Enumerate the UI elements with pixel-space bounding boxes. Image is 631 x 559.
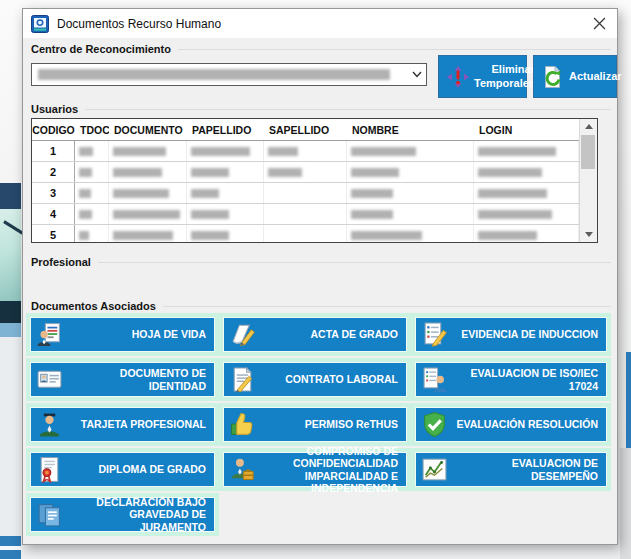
table-row[interactable]: 2 (32, 162, 579, 183)
table-row[interactable]: 1 (32, 141, 579, 162)
cell-login (474, 141, 579, 161)
cell-sapellido (264, 183, 347, 203)
doc-button-halo: HOJA DE VIDA (26, 313, 219, 356)
redacted-cell-value (351, 168, 399, 177)
redacted-cell-value (478, 231, 537, 240)
compromiso-de-confidencialidad-imparcialidad-e-independencia-button[interactable]: COMPROMISO DE CONFIDENCIALIDAD IMPARCIAL… (223, 452, 407, 487)
scroll-up-button[interactable] (580, 119, 597, 134)
redacted-cell-value (113, 168, 162, 177)
doc-button-label: PERMISO ReTHUS (256, 418, 404, 430)
declaracion-bajo-gravedad-de-juramento-button[interactable]: DECLARACIÓN BAJO GRAVEDAD DE JURAMENTO (30, 497, 215, 532)
permiso-rethus-button[interactable]: PERMISO ReTHUS (223, 407, 407, 442)
table-row[interactable]: 5 (32, 225, 579, 242)
eliminar-temporales-button[interactable]: Eliminar Temporales (438, 55, 527, 98)
group-label-usuarios: Usuarios (31, 103, 611, 115)
cell-papellido (187, 183, 264, 203)
cell-sapellido (264, 162, 347, 182)
table-header-row: CODIGOTDOCDOCUMENTOPAPELLIDOSAPELLIDONOM… (32, 119, 579, 141)
redacted-cell-value (478, 168, 542, 177)
cell-nombre (347, 162, 474, 182)
column-header-papellido[interactable]: PAPELLIDO (187, 124, 264, 136)
eliminar-temporales-label: Eliminar Temporales (474, 63, 535, 89)
title-bar[interactable]: Documentos Recurso Humano (23, 9, 617, 39)
redacted-cell-value (191, 231, 229, 240)
redacted-cell-value (191, 189, 219, 198)
acta-de-grado-button[interactable]: ACTA DE GRADO (223, 317, 407, 352)
cell-codigo: 1 (32, 141, 75, 161)
evaluacion-de-desempeno-button[interactable]: EVALUACION DE DESEMPEÑO (415, 452, 607, 487)
doc-button-label: DOCUMENTO DE IDENTIDAD (63, 367, 212, 392)
column-header-login[interactable]: LOGIN (474, 124, 579, 136)
doc-button-halo: COMPROMISO DE CONFIDENCIALIDAD IMPARCIAL… (219, 448, 411, 491)
group-label-text: Documentos Asociados (31, 300, 156, 312)
scroll-pencil-icon (229, 321, 256, 348)
redacted-cell-value (113, 231, 173, 240)
group-label-documentos-asociados: Documentos Asociados (31, 300, 611, 312)
close-icon[interactable] (581, 9, 617, 38)
redacted-cell-value (351, 210, 393, 219)
column-header-tdoc[interactable]: TDOC (75, 124, 109, 136)
diploma-seal-icon (36, 456, 63, 483)
group-label-centro: Centro de Reconocimiento (31, 43, 611, 55)
evidencia-de-induccion-button[interactable]: EVIDENCIA DE INDUCCION (415, 317, 607, 352)
redacted-cell-value (351, 147, 416, 156)
doc-button-halo: EVALUACION DE ISO/IEC 17024 (411, 358, 611, 401)
column-header-documento[interactable]: DOCUMENTO (109, 124, 187, 136)
diploma-de-grado-button[interactable]: DIPLOMA DE GRADO (30, 452, 215, 487)
doc-button-halo: EVALUACION DE DESEMPEÑO (411, 448, 611, 491)
redacted-cell-value (79, 231, 89, 240)
doc-button-label: HOJA DE VIDA (63, 328, 212, 340)
centro-combobox[interactable] (31, 63, 427, 86)
doc-button-halo: EVALUACIÓN RESOLUCIÓN (411, 403, 611, 446)
vertical-scrollbar[interactable] (579, 119, 597, 242)
redacted-cell-value (351, 231, 422, 240)
actualizar-label: Actualizar (569, 70, 622, 83)
users-table: CODIGOTDOCDOCUMENTOPAPELLIDOSAPELLIDONOM… (31, 118, 598, 243)
evaluacion-de-iso-iec-17024-button[interactable]: EVALUACION DE ISO/IEC 17024 (415, 362, 607, 397)
redacted-combobox-value (38, 69, 390, 80)
column-header-sapellido[interactable]: SAPELLIDO (264, 124, 347, 136)
doc-button-label: EVIDENCIA DE INDUCCION (448, 328, 604, 340)
desktop-background (0, 301, 21, 323)
cell-documento (109, 141, 187, 161)
desktop-background (626, 352, 631, 448)
column-header-nombre[interactable]: NOMBRE (347, 124, 474, 136)
desktop-background (0, 550, 21, 559)
thumbs-up-icon (229, 411, 256, 438)
cell-nombre (347, 225, 474, 242)
scrollbar-thumb[interactable] (581, 135, 595, 169)
arrow-up-icon (585, 124, 593, 129)
window-title: Documentos Recurso Humano (57, 17, 221, 31)
cell-papellido (187, 204, 264, 224)
desktop-background (0, 323, 21, 337)
hoja-de-vida-button[interactable]: HOJA DE VIDA (30, 317, 215, 352)
cell-sapellido (264, 204, 347, 224)
table-row[interactable]: 3 (32, 183, 579, 204)
column-header-codigo[interactable]: CODIGO (32, 124, 75, 136)
group-rule (85, 109, 611, 110)
cell-tdoc (75, 225, 109, 242)
doc-button-halo: DIPLOMA DE GRADO (26, 448, 219, 491)
documento-de-identidad-button[interactable]: DOCUMENTO DE IDENTIDAD (30, 362, 215, 397)
actualizar-button[interactable]: Actualizar (533, 55, 617, 98)
evaluacion-resolucion-button[interactable]: EVALUACIÓN RESOLUCIÓN (415, 407, 607, 442)
redacted-cell-value (268, 168, 302, 177)
redacted-cell-value (191, 168, 229, 177)
cell-papellido (187, 225, 264, 242)
group-label-text: Usuarios (31, 103, 78, 115)
redacted-cell-value (191, 210, 229, 219)
table-body: 123456 (32, 141, 579, 242)
contrato-laboral-button[interactable]: CONTRATO LABORAL (223, 362, 407, 397)
scroll-down-button[interactable] (580, 227, 597, 242)
table-row[interactable]: 4 (32, 204, 579, 225)
cell-documento (109, 162, 187, 182)
doc-button-label: EVALUACION DE ISO/IEC 17024 (448, 367, 604, 392)
warning-delete-icon (446, 65, 470, 89)
doc-button-label: CONTRATO LABORAL (256, 373, 404, 385)
redacted-cell-value (478, 147, 556, 156)
cell-tdoc (75, 183, 109, 203)
cell-papellido (187, 162, 264, 182)
cell-tdoc (75, 204, 109, 224)
tarjeta-profesional-button[interactable]: TARJETA PROFESIONAL (30, 407, 215, 442)
group-rule (163, 306, 611, 307)
